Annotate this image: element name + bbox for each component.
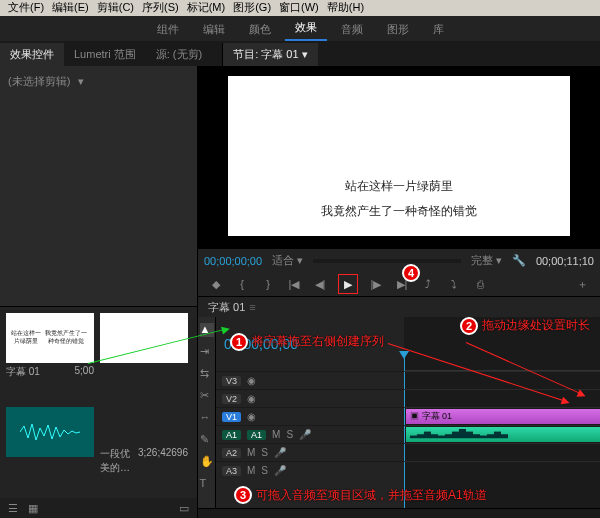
callout-2-text: 拖动边缘处设置时长 [482,317,590,334]
mark-in-icon[interactable]: { [234,276,250,292]
new-bin-icon[interactable]: ▭ [177,501,191,515]
pen-tool-icon[interactable]: ✎ [200,433,214,447]
timeline-panel: 字幕 01 ≡ ▲ ⇥ ⇆ ✂ ↔ ✎ ✋ T 00;00;00;00 [198,296,600,518]
no-clip-selected-label: (未选择剪辑) [8,74,70,89]
subtitle-line-1: 站在这样一片绿荫里 [345,178,453,195]
go-to-in-icon[interactable]: |◀ [286,276,302,292]
audio-clip[interactable]: ▂▃▅▃▂▃▅▇▅▃▂▃▅▃ [406,427,600,442]
menu-file[interactable]: 文件(F) [4,0,48,16]
callout-3: 3 [234,486,252,504]
progress-bar[interactable] [313,259,461,263]
type-tool-icon[interactable]: T [200,477,214,491]
callout-3-text: 可拖入音频至项目区域，并拖至音频A1轨道 [256,487,487,504]
track-a1[interactable]: ▂▃▅▃▂▃▅▇▅▃▂▃▅▃ [404,425,600,443]
razor-tool-icon[interactable]: ✂ [200,389,214,403]
program-canvas[interactable]: 站在这样一片绿荫里 我竟然产生了一种奇怪的错觉 [228,76,570,236]
audio-waveform-icon: ▂▃▅▃▂▃▅▇▅▃▂▃▅▃ [410,428,508,438]
track-v1-toggle[interactable]: V1 [222,412,241,422]
subtitle-thumbnail: 站在这样一片绿荫里我竟然产生了一种奇怪的错觉 [6,313,94,363]
mark-out-icon[interactable]: } [260,276,276,292]
subtab-source[interactable]: 源: (无剪) [146,43,212,66]
project-panel: 站在这样一片绿荫里我竟然产生了一种奇怪的错觉 字幕 01 5;00 [0,306,197,518]
play-button-highlight: ▶ [338,274,358,294]
subtitle-line-2: 我竟然产生了一种奇怪的错觉 [321,203,477,220]
tab-color[interactable]: 颜色 [239,18,281,41]
track-select-tool-icon[interactable]: ⇥ [200,345,214,359]
menu-sequence[interactable]: 序列(S) [138,0,183,16]
project-bin-grid[interactable]: 站在这样一片绿荫里我竟然产生了一种奇怪的错觉 字幕 01 5;00 [0,307,197,498]
wrench-icon[interactable]: 🔧 [512,254,526,267]
track-v1[interactable]: ▣ 字幕 01 [404,407,600,425]
bin-item-name: 字幕 01 [6,365,40,379]
menu-marker[interactable]: 标记(M) [183,0,230,16]
step-back-icon[interactable]: ◀| [312,276,328,292]
tab-assembly[interactable]: 组件 [147,18,189,41]
menu-dropdown-icon: ▾ [302,48,308,60]
tab-library[interactable]: 库 [423,18,454,41]
bin-item-audio[interactable] [6,407,94,493]
menu-graphics[interactable]: 图形(G) [229,0,275,16]
button-editor-icon[interactable]: ＋ [574,276,590,292]
bin-item-duration: 5;00 [75,365,94,379]
video-clip-subtitle[interactable]: ▣ 字幕 01 [406,409,600,424]
menu-clip[interactable]: 剪辑(C) [93,0,138,16]
src-a1-patch[interactable]: A1 [222,430,241,440]
quality-dropdown[interactable]: 完整 ▾ [471,253,502,268]
extract-icon[interactable]: ⤵ [446,276,462,292]
track-a1-toggle[interactable]: A1 [247,430,266,440]
transport-controls: ◆ { } |◀ ◀| ▶ |▶ ▶| ⤴ ⤵ ⎙ ＋ 4 [198,272,600,296]
timeline-tracks[interactable]: ▣ 字幕 01 ▂▃▅▃▂▃▅▇▅▃▂▃▅▃ [404,317,600,508]
track-v2-toggle[interactable]: V2 [222,394,241,404]
menu-edit[interactable]: 编辑(E) [48,0,93,16]
slip-tool-icon[interactable]: ↔ [200,411,214,425]
chevron-down-icon[interactable]: ▾ [78,75,84,88]
audio-thumbnail [6,407,94,457]
play-button[interactable]: ▶ [340,276,356,292]
track-a3-toggle[interactable]: A3 [222,466,241,476]
timeline-tab[interactable]: 字幕 01 ≡ [198,297,600,317]
callout-1-text: 将字幕拖至右侧创建序列 [252,333,384,350]
hand-tool-icon[interactable]: ✋ [200,455,214,469]
subtab-lumetri-scopes[interactable]: Lumetri 范围 [64,43,146,66]
effect-controls-panel: (未选择剪辑) ▾ [0,66,197,306]
waveform-icon [20,422,80,442]
track-v3-toggle[interactable]: V3 [222,376,241,386]
workspace-tabs: 组件 编辑 颜色 效果 音频 图形 库 [0,16,600,42]
timeline-horizontal-scrollbar[interactable] [198,508,600,518]
bin-item-title-copy[interactable] [100,313,188,397]
icon-view-icon[interactable]: ▦ [26,501,40,515]
fit-dropdown[interactable]: 适合 ▾ [272,253,303,268]
monitor-time-row: 00;00;00;00 适合 ▾ 完整 ▾ 🔧 00;00;11;10 [198,249,600,272]
callout-1: 1 [230,333,248,351]
bin-item-audio-info[interactable]: 一段优美的… 3;26;42696 [100,407,188,493]
callout-4: 4 [402,264,420,282]
menu-window[interactable]: 窗口(W) [275,0,323,16]
track-a3[interactable] [404,461,600,479]
bin-audio-duration: 3;26;42696 [138,447,188,475]
bin-audio-name: 一段优美的… [100,447,138,475]
track-a2-toggle[interactable]: A2 [222,448,241,458]
ripple-edit-tool-icon[interactable]: ⇆ [200,367,214,381]
menu-help[interactable]: 帮助(H) [323,0,368,16]
tab-effects[interactable]: 效果 [285,16,327,41]
lift-icon[interactable]: ⤴ [420,276,436,292]
timeline-toolbar: ▲ ⇥ ⇆ ✂ ↔ ✎ ✋ T [198,317,216,508]
track-a2[interactable] [404,443,600,461]
bin-item-subtitle[interactable]: 站在这样一片绿荫里我竟然产生了一种奇怪的错觉 字幕 01 5;00 [6,313,94,397]
project-footer: ☰ ▦ ▭ [0,498,197,518]
current-timecode[interactable]: 00;00;00;00 [204,255,262,267]
tab-audio[interactable]: 音频 [331,18,373,41]
callout-2: 2 [460,317,478,335]
export-frame-icon[interactable]: ⎙ [472,276,488,292]
track-v2[interactable] [404,389,600,407]
step-forward-icon[interactable]: |▶ [368,276,384,292]
subtab-effect-controls[interactable]: 效果控件 [0,43,64,66]
list-view-icon[interactable]: ☰ [6,501,20,515]
right-column: 站在这样一片绿荫里 我竟然产生了一种奇怪的错觉 00;00;00;00 适合 ▾… [198,66,600,518]
left-column: (未选择剪辑) ▾ 站在这样一片绿荫里我竟然产生了一种奇怪的错觉 字幕 01 5… [0,66,198,518]
add-marker-icon[interactable]: ◆ [208,276,224,292]
tab-editing[interactable]: 编辑 [193,18,235,41]
tab-graphics[interactable]: 图形 [377,18,419,41]
tab-menu-icon[interactable]: ≡ [249,301,255,313]
subtab-program[interactable]: 节目: 字幕 01 ▾ [222,43,317,66]
